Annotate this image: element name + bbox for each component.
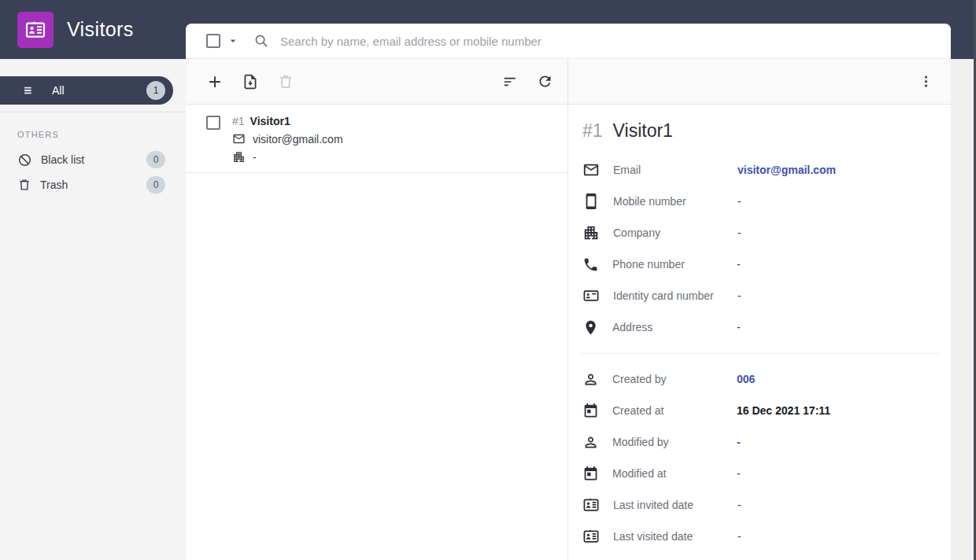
mail-icon bbox=[582, 161, 600, 179]
trash-icon bbox=[17, 178, 31, 192]
visitor-id: #1 bbox=[232, 115, 245, 127]
sidebar-section-label: OTHERS bbox=[17, 130, 186, 139]
field-value: - bbox=[737, 321, 741, 333]
sidebar-item-trash[interactable]: Trash 0 bbox=[0, 172, 186, 197]
detail-toolbar bbox=[568, 59, 951, 104]
count-badge: 0 bbox=[146, 151, 165, 168]
field-label: Mobile number bbox=[613, 195, 738, 208]
import-file-icon bbox=[242, 73, 259, 90]
field-label: Email bbox=[613, 164, 738, 176]
mail-icon bbox=[232, 132, 246, 146]
smartphone-icon bbox=[582, 193, 600, 210]
detail-title: #1 Visitor1 bbox=[581, 120, 940, 142]
person-icon bbox=[582, 434, 599, 451]
search-bar bbox=[186, 24, 951, 59]
location-icon bbox=[582, 319, 599, 336]
search-icon bbox=[253, 33, 269, 49]
sidebar-item-label: All bbox=[52, 84, 65, 97]
detail-visitor-id: #1 bbox=[582, 120, 603, 142]
field-value: - bbox=[738, 195, 741, 208]
email-link[interactable]: visitor@gmail.com bbox=[738, 164, 836, 176]
id-card-icon bbox=[24, 19, 46, 41]
field-label: Company bbox=[613, 227, 738, 239]
row-checkbox[interactable] bbox=[206, 116, 220, 130]
list-toolbar bbox=[186, 59, 568, 104]
app-title: Visitors bbox=[67, 18, 134, 41]
visitor-email: visitor@gmail.com bbox=[253, 133, 343, 146]
field-label: Created at bbox=[612, 404, 737, 417]
company-icon bbox=[232, 150, 246, 164]
detail-divider bbox=[581, 353, 940, 354]
field-row-email: Email visitor@gmail.com bbox=[581, 154, 940, 186]
field-value: - bbox=[738, 499, 741, 511]
field-row-last-visited: Last visited date - bbox=[581, 521, 940, 552]
created-by-link[interactable]: 006 bbox=[737, 373, 755, 385]
field-value: 16 Dec 2021 17:11 bbox=[737, 404, 830, 417]
field-row-phone: Phone number - bbox=[581, 249, 940, 280]
more-options-button[interactable] bbox=[919, 74, 933, 89]
select-all-checkbox[interactable] bbox=[206, 34, 220, 48]
list-item-title: #1 Visitor1 bbox=[232, 115, 343, 127]
search-input[interactable] bbox=[280, 35, 951, 48]
field-label: Last visited date bbox=[613, 530, 738, 543]
field-row-company: Company - bbox=[581, 217, 940, 249]
refresh-button[interactable] bbox=[537, 73, 553, 90]
sidebar-item-label: Black list bbox=[41, 153, 84, 166]
import-button[interactable] bbox=[242, 73, 259, 90]
field-label: Address bbox=[612, 321, 737, 333]
field-value: - bbox=[738, 289, 741, 302]
caret-down-icon[interactable] bbox=[226, 34, 240, 48]
field-row-created-at: Created at 16 Dec 2021 17:11 bbox=[581, 395, 940, 426]
field-row-address: Address - bbox=[581, 311, 940, 343]
sidebar-divider bbox=[0, 112, 186, 112]
company-icon bbox=[582, 224, 600, 241]
list-item[interactable]: #1 Visitor1 visitor@gmail.com - bbox=[186, 105, 567, 173]
count-badge: 0 bbox=[146, 176, 165, 193]
field-row-modified-at: Modified at - bbox=[581, 458, 940, 489]
contact-card-icon bbox=[582, 496, 600, 514]
field-label: Created by bbox=[612, 373, 737, 385]
calendar-icon bbox=[582, 403, 599, 419]
field-value: - bbox=[738, 530, 741, 543]
add-button[interactable] bbox=[206, 73, 224, 90]
sort-button[interactable] bbox=[501, 73, 519, 90]
field-value: - bbox=[737, 436, 741, 448]
field-row-created-by: Created by 006 bbox=[581, 363, 940, 395]
block-icon bbox=[17, 153, 32, 168]
field-label: Last invited date bbox=[613, 499, 738, 511]
toolbar bbox=[186, 59, 951, 105]
sidebar: All 1 OTHERS Black list 0 Trash 0 bbox=[0, 59, 186, 560]
list-item-company: - bbox=[232, 150, 343, 164]
field-label: Modified at bbox=[612, 467, 737, 480]
content-area: #1 Visitor1 visitor@gmail.com - #1 bbox=[186, 105, 951, 560]
app-logo bbox=[17, 12, 54, 48]
sort-icon bbox=[501, 73, 519, 90]
field-label: Phone number bbox=[612, 258, 737, 271]
id-badge-icon bbox=[582, 287, 600, 304]
detail-visitor-name: Visitor1 bbox=[613, 120, 673, 142]
visitor-detail: #1 Visitor1 Email visitor@gmail.com Mobi… bbox=[568, 105, 951, 560]
visitor-list: #1 Visitor1 visitor@gmail.com - bbox=[186, 105, 568, 560]
field-row-last-invited: Last invited date - bbox=[581, 489, 940, 521]
field-label: Identity card number bbox=[613, 289, 738, 302]
field-label: Modified by bbox=[612, 436, 737, 448]
phone-icon bbox=[582, 256, 599, 273]
sidebar-item-label: Trash bbox=[40, 179, 68, 191]
sidebar-item-all[interactable]: All 1 bbox=[0, 76, 173, 105]
sidebar-item-black-list[interactable]: Black list 0 bbox=[0, 147, 186, 172]
person-icon bbox=[582, 371, 599, 388]
list-item-body: #1 Visitor1 visitor@gmail.com - bbox=[232, 115, 343, 164]
field-row-mobile: Mobile number - bbox=[581, 186, 940, 217]
delete-icon bbox=[277, 73, 294, 90]
field-value: - bbox=[737, 258, 741, 271]
more-vert-icon bbox=[919, 74, 933, 89]
visitor-company: - bbox=[253, 151, 257, 164]
refresh-icon bbox=[537, 73, 553, 90]
list-item-email: visitor@gmail.com bbox=[232, 132, 343, 146]
field-row-identity-card: Identity card number - bbox=[581, 280, 940, 311]
visitor-name: Visitor1 bbox=[250, 115, 290, 127]
main-panel: #1 Visitor1 visitor@gmail.com - #1 bbox=[186, 24, 951, 560]
field-value: - bbox=[737, 467, 741, 480]
field-value: - bbox=[738, 227, 741, 239]
delete-button[interactable] bbox=[277, 73, 294, 90]
